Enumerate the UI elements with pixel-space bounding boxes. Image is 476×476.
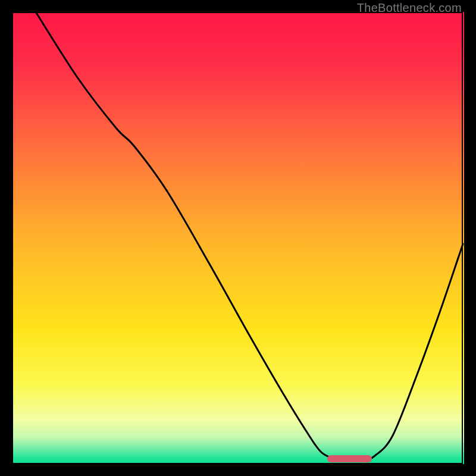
watermark-text: TheBottleneck.com (357, 1, 462, 15)
plot-border (12, 12, 463, 464)
